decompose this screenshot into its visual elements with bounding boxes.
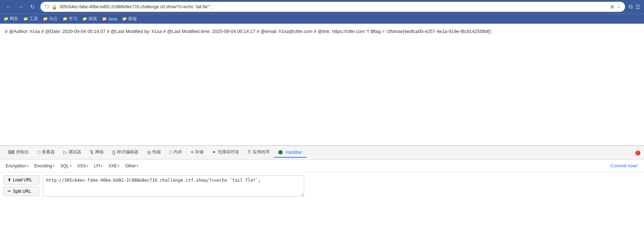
browser-chrome: ← → ↻ 🛡 🔒 305cb4ec-fabe-40be-bd02-2c988e… [0, 0, 644, 14]
tab-accessibility[interactable]: ✦ 无障碍环境 [208, 147, 243, 158]
load-url-label: Load URL [13, 177, 32, 182]
browser-right-icons: ⧉ ☰ [629, 4, 640, 10]
tab-debugger[interactable]: ▷ 调试器 [59, 147, 86, 158]
upload-icon: ⬆ [8, 177, 11, 182]
tab-performance[interactable]: ◎ 性能 [143, 147, 165, 158]
hackbar-url-section: ⬆ Load URL ✂ Split URL [0, 172, 644, 200]
performance-icon: ◎ [147, 149, 151, 155]
folder-icon: 📁 [82, 16, 87, 21]
tab-application-label: 应用程序 [253, 149, 270, 155]
tab-network-label: 网络 [95, 149, 104, 155]
encryption-label: Encryption [6, 163, 26, 168]
tab-storage[interactable]: ≡ 存储 [186, 147, 208, 158]
bookmark-label: 学习 [69, 16, 77, 22]
bookmark-youxi[interactable]: 📁 游戏 [82, 16, 97, 22]
tab-inspector-label: 查看器 [42, 149, 55, 155]
xxe-dropdown[interactable]: XXE ▾ [106, 162, 122, 170]
xss-arrow: ▾ [87, 164, 88, 168]
tab-network[interactable]: ⇅ 网络 [86, 147, 108, 158]
inspector-icon: □ [38, 149, 40, 155]
qr-icon[interactable]: ⊞ [610, 4, 614, 9]
tab-performance-label: 性能 [152, 149, 161, 155]
reload-button[interactable]: ↻ [28, 3, 37, 11]
tab-style-label: 样式编辑器 [117, 149, 138, 155]
bookmark-bangong[interactable]: 📁 办公 [43, 16, 58, 22]
bookmark-gongju[interactable]: 📁 工具 [23, 16, 38, 22]
page-content: # @Author: h1xa # @Date: 2020-09-04 00:1… [0, 24, 644, 145]
other-label: Other [125, 163, 136, 168]
folder-icon: 📁 [63, 16, 68, 21]
lfi-dropdown[interactable]: LFI ▾ [92, 162, 105, 170]
bookmark-qianduan[interactable]: 📁 前端 [122, 16, 137, 22]
url-display: 305cb4ec-fabe-40be-bd02-2c988e8ec716.cha… [59, 4, 608, 9]
error-icon: ! [635, 151, 640, 156]
application-icon: ⠿ [248, 149, 251, 155]
split-url-button[interactable]: ✂ Split URL [4, 187, 39, 196]
accessibility-icon: ✦ [212, 149, 216, 155]
bookmark-label: Java [108, 16, 117, 22]
encoding-label: Encoding [34, 163, 52, 168]
forward-button[interactable]: → [16, 3, 26, 11]
tab-application[interactable]: ⠿ 应用程序 [243, 147, 274, 158]
bookmark-java[interactable]: 📁 Java [102, 16, 117, 22]
debugger-icon: ▷ [63, 149, 67, 155]
extensions-icon[interactable]: ⧉ [629, 4, 633, 10]
tab-storage-label: 存储 [195, 149, 204, 155]
nav-buttons: ← → ↻ [4, 3, 37, 11]
tab-hackbar[interactable]: HackBar [274, 148, 306, 158]
bookmark-xuexi[interactable]: 📁 学习 [63, 16, 77, 22]
hackbar-dot-icon [278, 150, 283, 154]
encoding-arrow: ▾ [53, 164, 55, 168]
hackbar-panel: Encryption ▾ Encoding ▾ SQL ▾ XSS ▾ LFI … [0, 159, 644, 200]
tab-console[interactable]: ⌨ 控制台 [4, 147, 33, 158]
network-icon: ⇅ [90, 149, 94, 155]
sql-arrow: ▾ [70, 164, 72, 168]
xxe-label: XXE [108, 163, 117, 168]
tab-style-editor[interactable]: {} 样式编辑器 [108, 147, 143, 158]
back-button[interactable]: ← [4, 3, 14, 11]
bookmark-label: 前端 [128, 16, 137, 22]
encryption-dropdown[interactable]: Encryption ▾ [4, 162, 31, 170]
tab-inspector[interactable]: □ 查看器 [33, 147, 59, 158]
tab-memory-label: 内存 [174, 149, 182, 155]
page-text: # @Author: h1xa # @Date: 2020-09-04 00:1… [5, 28, 639, 35]
bookmark-label: 工具 [29, 16, 38, 22]
bookmarks-bar: 📁 网安 📁 工具 📁 办公 📁 学习 📁 游戏 📁 Java 📁 前端 [0, 14, 644, 24]
tab-console-label: 控制台 [16, 149, 29, 155]
xss-dropdown[interactable]: XSS ▾ [75, 162, 91, 170]
encoding-dropdown[interactable]: Encoding ▾ [32, 162, 57, 170]
folder-icon: 📁 [23, 16, 28, 21]
bookmark-wangan[interactable]: 📁 网安 [4, 16, 18, 22]
menu-icon[interactable]: ☰ [635, 4, 640, 10]
storage-icon: ≡ [191, 149, 194, 155]
folder-icon: 📁 [43, 16, 48, 21]
memory-icon: □ [170, 149, 172, 155]
shield-icon: 🛡 [45, 4, 49, 10]
tab-memory[interactable]: □ 内存 [165, 147, 187, 158]
url-input[interactable] [43, 175, 304, 197]
encryption-arrow: ▾ [27, 164, 29, 168]
folder-icon: 📁 [4, 16, 9, 21]
address-icons: ⊞ ☆ [610, 4, 621, 9]
commit-button[interactable]: Commit now! [608, 162, 640, 170]
style-icon: {} [112, 149, 116, 155]
folder-icon: 📁 [122, 16, 127, 21]
sql-dropdown[interactable]: SQL ▾ [58, 162, 74, 170]
hackbar-action-buttons: ⬆ Load URL ✂ Split URL [4, 175, 39, 196]
lfi-label: LFI [94, 163, 100, 168]
lock-icon: 🔒 [52, 4, 57, 10]
xxe-arrow: ▾ [118, 164, 119, 168]
sql-label: SQL [60, 163, 69, 168]
bookmark-label: 办公 [49, 16, 58, 22]
folder-icon: 📁 [102, 16, 107, 21]
star-icon[interactable]: ☆ [617, 4, 621, 9]
bookmark-label: 游戏 [88, 16, 97, 22]
lfi-arrow: ▾ [101, 164, 103, 168]
address-bar[interactable]: 🛡 🔒 305cb4ec-fabe-40be-bd02-2c988e8ec716… [40, 2, 625, 12]
xss-label: XSS [77, 163, 86, 168]
hackbar-toolbar: Encryption ▾ Encoding ▾ SQL ▾ XSS ▾ LFI … [0, 159, 644, 172]
load-url-button[interactable]: ⬆ Load URL [4, 175, 39, 185]
tab-hackbar-label: HackBar [286, 150, 302, 155]
split-icon: ✂ [8, 189, 11, 194]
other-dropdown[interactable]: Other ▾ [123, 162, 141, 170]
